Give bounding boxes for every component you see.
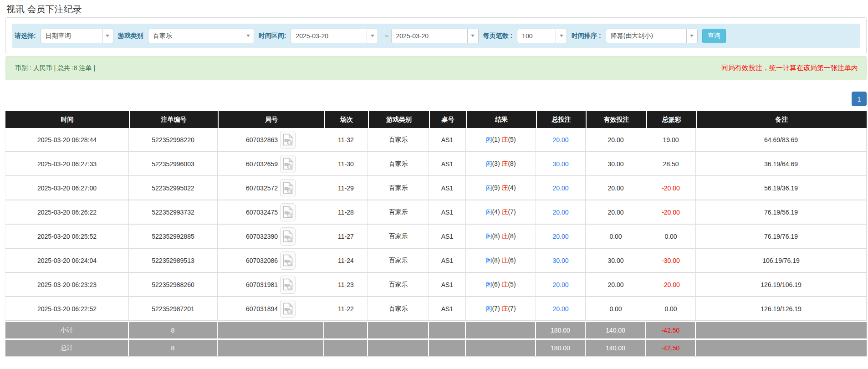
cell-game: 百家乐 xyxy=(368,273,429,297)
video-replay-button[interactable] xyxy=(280,155,296,173)
cell-total-bet: 30.00 xyxy=(536,249,586,273)
round-id-text: 607032659 xyxy=(246,160,278,168)
video-replay-button[interactable] xyxy=(280,276,296,294)
summary-valid-bet: 140.00 xyxy=(586,321,646,338)
total-bet-link[interactable]: 20.00 xyxy=(552,233,568,240)
column-header-6: 结果 xyxy=(466,111,536,128)
tilde-separator: ~ xyxy=(385,32,388,40)
page-1-button[interactable]: 1 xyxy=(852,92,867,106)
banker-label: 庄 xyxy=(501,232,508,240)
summary-count: 8 xyxy=(129,338,218,356)
cell-round-id: 607032475 xyxy=(218,200,324,225)
cell-session: 11-23 xyxy=(324,273,368,297)
banker-label: 庄 xyxy=(501,281,508,288)
video-file-icon xyxy=(283,182,293,194)
column-header-5: 桌号 xyxy=(429,111,466,128)
sort-order-value: 降冪(由大到小) xyxy=(606,29,686,43)
cell-payout: -20.00 xyxy=(646,273,696,297)
cell-table-no: AS1 xyxy=(429,273,466,297)
time-range-label: 时间区间: xyxy=(259,32,286,40)
cell-payout: 0.00 xyxy=(646,297,696,321)
banker-label: 庄 xyxy=(501,136,508,143)
total-bet-link[interactable]: 20.00 xyxy=(552,305,568,313)
page-size-select[interactable]: 100 xyxy=(517,29,567,43)
cell-valid-bet: 20.00 xyxy=(586,176,646,200)
cell-total-bet: 20.00 xyxy=(536,200,586,225)
bet-records-table-wrap: 时间注单编号局号场次游戏类别桌号结果总投注有效投注总派彩备注 2025-03-2… xyxy=(5,111,867,356)
summary-bar: 币别 : 人民币 | 总共 :8 注单 | 同局有效投注，统一计算在该局第一张注… xyxy=(5,56,867,80)
total-bet-link[interactable]: 20.00 xyxy=(552,209,568,216)
chevron-down-icon xyxy=(243,29,254,43)
cell-game: 百家乐 xyxy=(368,200,429,225)
cell-table-no: AS1 xyxy=(429,176,466,200)
summary-label: 总计 xyxy=(5,338,129,356)
video-replay-button[interactable] xyxy=(280,251,296,270)
player-label: 闲 xyxy=(485,256,492,264)
cell-time: 2025-03-20 06:27:00 xyxy=(5,176,129,200)
cell-round-id: 607032086 xyxy=(218,249,324,273)
table-row: 2025-03-20 06:23:23 522352988260 6070319… xyxy=(5,273,867,297)
cell-bet-id: 522352996003 xyxy=(129,152,218,176)
summary-payout: -42.50 xyxy=(646,338,696,356)
table-header-row: 时间注单编号局号场次游戏类别桌号结果总投注有效投注总派彩备注 xyxy=(5,111,867,128)
cell-payout: -20.00 xyxy=(646,200,696,225)
cell-result: 闲(9) 庄(4) xyxy=(466,176,536,200)
page-size-value: 100 xyxy=(517,29,556,43)
video-replay-button[interactable] xyxy=(280,203,296,221)
chevron-down-icon xyxy=(367,29,378,43)
query-type-select[interactable]: 日期查询 xyxy=(41,29,113,43)
cell-table-no: AS1 xyxy=(429,152,466,176)
total-bet-link[interactable]: 20.00 xyxy=(552,281,568,288)
page-size-label: 每页笔数 : xyxy=(483,32,513,40)
banker-label: 庄 xyxy=(501,256,508,264)
video-replay-button[interactable] xyxy=(280,179,296,197)
cell-bet-id: 522352993732 xyxy=(129,200,218,225)
summary-valid-bet: 140.00 xyxy=(586,338,646,356)
cell-game: 百家乐 xyxy=(368,297,429,321)
pagination: 1 xyxy=(5,92,867,106)
round-id-text: 607031894 xyxy=(246,305,278,313)
currency-summary-text: 币别 : 人民币 | 总共 :8 注单 | xyxy=(15,64,95,72)
table-row: 2025-03-20 06:25:52 522352992885 6070323… xyxy=(5,225,867,249)
sort-order-select[interactable]: 降冪(由大到小) xyxy=(606,29,698,43)
cell-remark: 106.19/76.19 xyxy=(696,249,867,273)
cell-time: 2025-03-20 06:23:23 xyxy=(5,273,129,297)
cell-table-no: AS1 xyxy=(429,297,466,321)
total-bet-link[interactable]: 20.00 xyxy=(552,184,568,192)
cell-total-bet: 20.00 xyxy=(536,273,586,297)
total-bet-link[interactable]: 30.00 xyxy=(552,257,568,264)
video-file-icon xyxy=(283,302,293,315)
cell-remark: 36.19/64.69 xyxy=(696,152,867,176)
date-from-select[interactable]: 2025-03-20 xyxy=(291,29,378,43)
video-replay-button[interactable] xyxy=(280,300,296,318)
cell-time: 2025-03-20 06:28:44 xyxy=(5,128,129,152)
column-header-0: 时间 xyxy=(5,111,129,128)
cell-total-bet: 20.00 xyxy=(536,128,586,152)
page-title: 视讯 会员下注纪录 xyxy=(5,0,867,17)
cell-payout: 0.00 xyxy=(646,225,696,249)
cell-total-bet: 20.00 xyxy=(536,297,586,321)
total-bet-link[interactable]: 20.00 xyxy=(552,136,568,144)
table-row: 2025-03-20 06:28:44 522352998220 6070328… xyxy=(5,128,867,152)
table-row: 2025-03-20 06:27:00 522352995022 6070325… xyxy=(5,176,867,200)
total-bet-link[interactable]: 30.00 xyxy=(552,160,568,168)
cell-game: 百家乐 xyxy=(368,249,429,273)
date-from-value: 2025-03-20 xyxy=(291,29,367,43)
video-file-icon xyxy=(283,278,293,291)
chevron-down-icon xyxy=(686,29,697,43)
bet-records-table: 时间注单编号局号场次游戏类别桌号结果总投注有效投注总派彩备注 2025-03-2… xyxy=(5,111,867,356)
query-button[interactable]: 查询 xyxy=(702,29,726,43)
video-replay-button[interactable] xyxy=(280,131,296,149)
table-row: 2025-03-20 06:22:52 522352987201 6070318… xyxy=(5,297,867,321)
cell-valid-bet: 20.00 xyxy=(586,273,646,297)
cell-bet-id: 522352998220 xyxy=(129,128,218,152)
column-header-1: 注单编号 xyxy=(129,111,218,128)
chevron-down-icon xyxy=(467,29,478,43)
cell-bet-id: 522352992885 xyxy=(129,225,218,249)
date-to-select[interactable]: 2025-03-20 xyxy=(391,29,479,43)
video-replay-button[interactable] xyxy=(280,227,296,246)
cell-total-bet: 30.00 xyxy=(536,152,586,176)
game-type-select[interactable]: 百家乐 xyxy=(148,29,254,43)
cell-result: 闲(7) 庄(7) xyxy=(466,297,536,321)
banker-label: 庄 xyxy=(501,305,508,312)
